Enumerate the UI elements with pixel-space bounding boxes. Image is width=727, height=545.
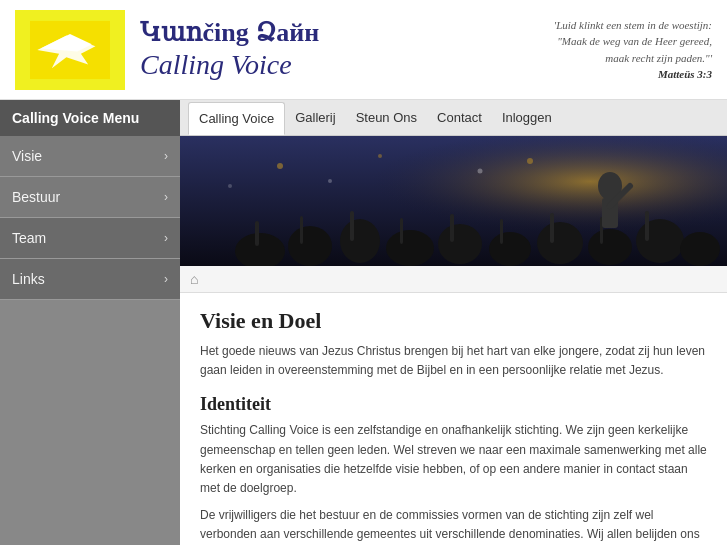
- svg-point-12: [537, 222, 583, 264]
- sidebar-links-label: Links: [12, 271, 45, 287]
- tab-calling-voice[interactable]: Calling Voice: [188, 102, 285, 135]
- svg-rect-20: [450, 214, 454, 242]
- site-title-block: Կաոčing Ձайн Calling Voice: [140, 17, 554, 82]
- quote-line1: 'Luid klinkt een stem in de woestijn:: [554, 17, 712, 34]
- tab-inloggen[interactable]: Inloggen: [492, 102, 562, 133]
- svg-point-29: [378, 154, 382, 158]
- svg-point-11: [489, 232, 531, 266]
- sidebar-item-bestuur[interactable]: Bestuur ›: [0, 177, 180, 218]
- article-title: Visie en Doel: [200, 308, 707, 334]
- tab-steun-ons[interactable]: Steun Ons: [346, 102, 427, 133]
- svg-rect-24: [645, 211, 649, 241]
- logo: [15, 10, 125, 90]
- sidebar-title: Calling Voice Menu: [0, 100, 180, 136]
- chevron-right-icon: ›: [164, 149, 168, 163]
- nav-bar: Calling Voice Gallerij Steun Ons Contact…: [180, 100, 727, 136]
- sidebar-item-team[interactable]: Team ›: [0, 218, 180, 259]
- home-icon[interactable]: ⌂: [190, 271, 198, 287]
- tab-contact[interactable]: Contact: [427, 102, 492, 133]
- sidebar-item-visie[interactable]: Visie ›: [0, 136, 180, 177]
- svg-point-28: [277, 163, 283, 169]
- svg-rect-19: [400, 218, 403, 244]
- sidebar-item-links[interactable]: Links ›: [0, 259, 180, 300]
- article-p1: Het goede nieuws van Jezus Christus bren…: [200, 342, 707, 380]
- verse-ref: Matteüs 3:3: [554, 66, 712, 83]
- chevron-right-icon: ›: [164, 272, 168, 286]
- svg-point-9: [386, 230, 434, 266]
- sidebar-visie-label: Visie: [12, 148, 42, 164]
- armenian-title: Կաոčing Ձайн: [140, 17, 554, 48]
- quote-line2: "Maak de weg van de Heer gereed,: [554, 33, 712, 50]
- sidebar-team-label: Team: [12, 230, 46, 246]
- svg-point-32: [527, 158, 533, 164]
- svg-rect-21: [500, 219, 503, 244]
- chevron-right-icon: ›: [164, 231, 168, 245]
- svg-point-8: [340, 219, 380, 263]
- calling-voice-title: Calling Voice: [140, 48, 554, 82]
- crowd-svg: [180, 136, 727, 266]
- svg-point-31: [328, 179, 332, 183]
- svg-point-13: [588, 229, 632, 265]
- article-content: Visie en Doel Het goede nieuws van Jezus…: [180, 293, 727, 545]
- svg-rect-16: [255, 221, 259, 246]
- svg-point-33: [228, 184, 232, 188]
- sidebar: Calling Voice Menu Visie › Bestuur › Tea…: [0, 100, 180, 545]
- header-quote: 'Luid klinkt een stem in de woestijn: "M…: [554, 17, 712, 83]
- tab-gallerij[interactable]: Gallerij: [285, 102, 345, 133]
- svg-rect-22: [550, 213, 554, 243]
- main-container: Calling Voice Menu Visie › Bestuur › Tea…: [0, 100, 727, 545]
- svg-point-10: [438, 224, 482, 264]
- svg-rect-17: [300, 216, 303, 244]
- article-h2-identity: Identiteit: [200, 394, 707, 415]
- breadcrumb-bar: ⌂: [180, 266, 727, 293]
- logo-svg: [30, 20, 110, 80]
- article-p3: De vrijwilligers die het bestuur en de c…: [200, 506, 707, 545]
- svg-point-14: [636, 219, 684, 263]
- chevron-right-icon: ›: [164, 190, 168, 204]
- article-p2: Stichting Calling Voice is een zelfstand…: [200, 421, 707, 498]
- svg-point-7: [288, 226, 332, 266]
- sidebar-bestuur-label: Bestuur: [12, 189, 60, 205]
- site-header: Կաոčing Ձайн Calling Voice 'Luid klinkt …: [0, 0, 727, 100]
- hero-image: [180, 136, 727, 266]
- svg-point-30: [478, 169, 483, 174]
- content-area: Calling Voice Gallerij Steun Ons Contact…: [180, 100, 727, 545]
- quote-line3: maak recht zijn paden."': [554, 50, 712, 67]
- svg-rect-18: [350, 211, 354, 241]
- svg-point-15: [680, 232, 720, 266]
